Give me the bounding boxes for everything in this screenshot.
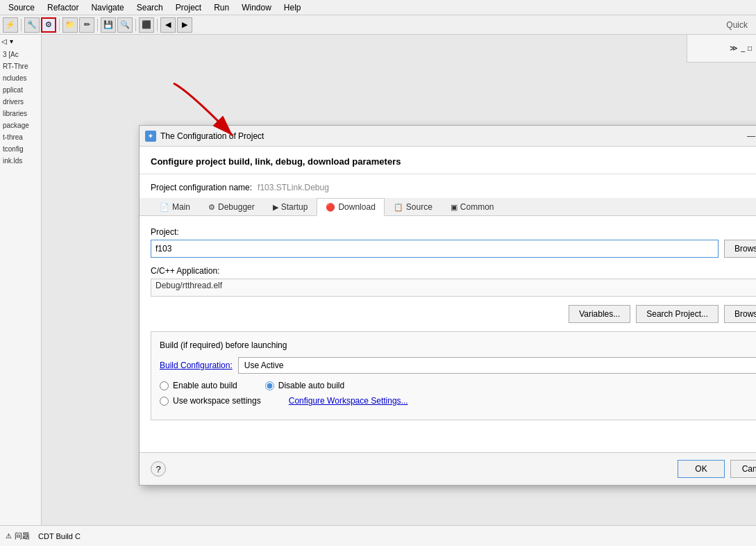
disable-auto-build-radio[interactable] [265,381,274,390]
tab-main[interactable]: 📄 Main [151,198,199,216]
build-section-title: Build (if required) before launching [160,340,756,350]
sidebar-item-1: RT-Thre [1,61,40,72]
project-field-row: Project: Browse... [151,227,756,258]
bottom-panel: ⚠ 问题 CDT Build C [0,525,756,546]
tab-startup[interactable]: ▶ Startup [264,198,317,216]
ok-button[interactable]: OK [678,460,724,478]
tab-debugger-icon: ⚙ [208,203,215,212]
config-name-row: Project configuration name: f103.STLink.… [140,174,756,198]
toolbar-sep-2 [59,19,60,31]
enable-auto-build-radio[interactable] [160,381,169,390]
dialog-body: Project configuration name: f103.STLink.… [140,174,756,452]
tab-common[interactable]: ▣ Common [442,198,503,216]
build-section: Build (if required) before launching Bui… [151,331,756,420]
build-config-select[interactable]: Use Active Debug Release [238,357,756,374]
dialog-minimize-btn[interactable]: — [745,130,756,142]
bottom-problems-label[interactable]: 问题 [15,531,30,541]
toolbar-btn-4[interactable]: ✏ [79,17,94,33]
tab-source-icon: 📋 [394,203,403,212]
dialog-app-icon: ✦ [145,131,156,142]
footer-right: OK Cancel [678,460,756,478]
tab-main-icon: 📄 [160,203,169,212]
configure-workspace-item: Configure Workspace Settings... [289,396,408,406]
tab-main-label: Main [172,202,190,212]
tab-content-main: Project: Browse... C/C++ Application: De… [140,216,756,452]
use-workspace-item: Use workspace settings [160,396,261,406]
tab-source[interactable]: 📋 Source [385,198,442,216]
sidebar-item-9: ink.lds [1,156,40,166]
tab-download[interactable]: 🔴 Download [317,198,384,216]
tab-startup-icon: ▶ [273,203,278,212]
sidebar-item-6: package [1,120,40,131]
dialog-header: Configure project build, link, debug, do… [140,147,756,174]
project-browse-btn[interactable]: Browse... [724,240,756,258]
sidebar-item-5: libraries [1,108,40,119]
sidebar-collapse[interactable]: ◁ [1,38,7,45]
tab-download-label: Download [338,202,375,212]
bottom-cdt-label[interactable]: CDT Build C [38,532,81,540]
cancel-button[interactable]: Cancel [730,460,756,478]
menu-project[interactable]: Project [170,1,207,14]
dialog-title-text: The Configuration of Project [160,131,264,141]
use-workspace-radio[interactable] [160,397,169,406]
project-label: Project: [151,227,756,237]
tab-debugger-label: Debugger [218,202,255,212]
dialog-footer: ? OK Cancel [140,452,756,485]
cpp-field-row: C/C++ Application: Debug/rtthread.elf [151,266,756,297]
sidebar: ◁ ▾ 3 [Ac RT-Thre ncludes pplicat driver… [0,35,42,525]
help-button[interactable]: ? [151,461,166,477]
toolbar-sep-3 [97,19,98,31]
sidebar-item-7: t-threa [1,132,40,142]
radio-row-2: Use workspace settings Configure Workspa… [160,396,756,406]
build-config-row: Build Configuration: Use Active Debug Re… [160,357,756,374]
tab-download-icon: 🔴 [326,203,335,212]
menu-source[interactable]: Source [3,1,40,14]
tab-bar: 📄 Main ⚙ Debugger ▶ Startup [140,198,756,216]
build-config-link[interactable]: Build Configuration: [160,361,233,370]
cpp-label: C/C++ Application: [151,266,756,276]
use-workspace-label: Use workspace settings [173,396,261,406]
dialog-controls: — □ ✕ [745,130,756,142]
project-input-row: Browse... [151,240,756,258]
project-input[interactable] [151,240,719,258]
search-project-btn[interactable]: Search Project... [636,305,719,323]
dialog-overlay: ✦ The Configuration of Project — □ ✕ Con… [42,35,756,525]
variables-btn[interactable]: Variables... [569,305,630,323]
toolbar-btn-7[interactable]: ⬛ [139,17,154,33]
menu-window[interactable]: Window [236,1,277,14]
toolbar-btn-6[interactable]: 🔍 [117,17,133,33]
toolbar-btn-settings[interactable]: ⚙ [41,17,56,33]
sidebar-item-8: tconfig [1,144,40,154]
sidebar-menu[interactable]: ▾ [10,38,13,45]
sidebar-item-4: drivers [1,97,40,107]
enable-auto-build-item: Enable auto build [160,381,237,390]
sidebar-item-3: pplicat [1,85,40,95]
menu-bar: Source Refactor Navigate Search Project … [0,0,756,15]
disable-auto-build-item: Disable auto build [265,381,344,390]
tab-source-label: Source [406,202,432,212]
menu-search[interactable]: Search [131,1,169,14]
cpp-value: Debug/rtthread.elf [151,279,756,297]
toolbar-btn-2[interactable]: 🔧 [24,17,40,33]
enable-auto-build-label: Enable auto build [173,381,237,390]
toolbar-sep-4 [135,19,136,31]
disable-auto-build-label: Disable auto build [278,381,344,390]
toolbar-btn-1[interactable]: ⚡ [3,17,18,33]
toolbar-btn-5[interactable]: 💾 [101,17,116,33]
menu-refactor[interactable]: Refactor [42,1,84,14]
dialog-title-left: ✦ The Configuration of Project [145,131,264,142]
menu-navigate[interactable]: Navigate [85,1,129,14]
browse-btn2[interactable]: Browse... [724,305,756,323]
toolbar-sep-1 [21,19,22,31]
toolbar-btn-9[interactable]: ▶ [177,17,192,33]
toolbar-btn-3[interactable]: 📁 [62,17,78,33]
bottom-icon: ⚠ [6,532,12,540]
dialog-header-text: Configure project build, link, debug, do… [151,156,401,167]
toolbar-sep-5 [157,19,158,31]
toolbar-btn-8[interactable]: ◀ [160,17,176,33]
toolbar: ⚡ 🔧 ⚙ 📁 ✏ 💾 🔍 ⬛ ◀ ▶ Quick [0,15,756,35]
menu-help[interactable]: Help [278,1,307,14]
menu-run[interactable]: Run [208,1,235,14]
tab-debugger[interactable]: ⚙ Debugger [199,198,264,216]
configure-workspace-link[interactable]: Configure Workspace Settings... [289,396,408,406]
